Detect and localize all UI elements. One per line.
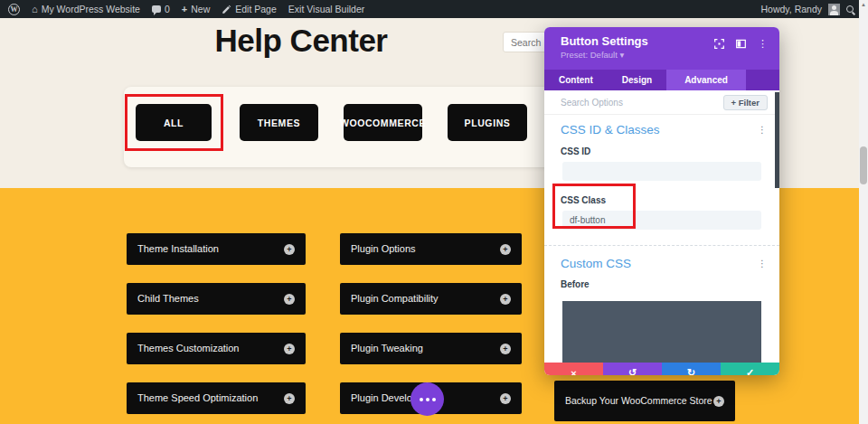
- search-options-input[interactable]: [561, 98, 723, 108]
- site-name-label: My WordPress Website: [42, 4, 140, 14]
- accordion-child-themes[interactable]: Child Themes +: [127, 283, 306, 315]
- save-button[interactable]: ✓: [721, 363, 779, 375]
- css-class-label: CSS Class: [544, 195, 779, 205]
- wordpress-logo-icon[interactable]: W: [8, 4, 20, 15]
- edit-page-menu[interactable]: Edit Page: [222, 4, 277, 14]
- screen: W ⌂ My WordPress Website 0 + New Edit Pa…: [0, 0, 868, 424]
- accordion-label: Backup Your WooCommerce Store: [565, 395, 713, 407]
- preset-selector[interactable]: Preset: Default ▾: [561, 50, 767, 60]
- tab-design[interactable]: Design: [608, 70, 666, 90]
- filter-button-plugins[interactable]: PLUGINS: [448, 104, 527, 141]
- exit-visual-builder-menu[interactable]: Exit Visual Builder: [288, 4, 364, 14]
- accordion-plugin-tweaking[interactable]: Plugin Tweaking +: [340, 333, 522, 364]
- css-class-input[interactable]: [562, 211, 761, 230]
- plus-circle-icon: +: [284, 244, 295, 255]
- modal-body: CSS ID & Classes ⋮ CSS ID CSS Class Cust…: [544, 123, 779, 363]
- accordion-label: Themes Customization: [137, 343, 284, 355]
- options-search-row: + Filter: [544, 90, 779, 115]
- filter-button-themes[interactable]: THEMES: [240, 104, 318, 141]
- custom-css-heading: Custom CSS: [561, 257, 631, 270]
- modal-header[interactable]: Button Settings Preset: Default ▾ ⋮: [544, 27, 779, 70]
- before-label: Before: [544, 279, 779, 289]
- filter-button-woocommerce[interactable]: WOOCOMMERCE: [344, 104, 422, 141]
- button-settings-modal: Button Settings Preset: Default ▾ ⋮ Cont…: [544, 27, 779, 375]
- scroll-up-icon[interactable]: ▲: [861, 2, 866, 7]
- plus-circle-icon: +: [500, 393, 511, 404]
- plus-icon: +: [182, 5, 187, 14]
- plus-circle-icon: +: [284, 393, 295, 404]
- accordion-label: Theme Speed Optimization: [137, 392, 284, 405]
- accordion-label: Plugin Tweaking: [351, 343, 500, 355]
- comments-count: 0: [165, 4, 170, 14]
- plus-circle-icon: +: [713, 396, 724, 407]
- accordion-themes-customization[interactable]: Themes Customization +: [127, 333, 306, 364]
- section-divider: [544, 245, 779, 246]
- wp-admin-bar: W ⌂ My WordPress Website 0 + New Edit Pa…: [0, 0, 868, 18]
- edit-page-label: Edit Page: [235, 4, 277, 14]
- pencil-icon: [222, 5, 231, 14]
- custom-css-before-editor[interactable]: [562, 301, 761, 363]
- modal-action-bar: × ↺ ↻ ✓: [544, 363, 779, 375]
- site-name-menu[interactable]: ⌂ My WordPress Website: [32, 4, 140, 14]
- scrollbar-thumb[interactable]: [860, 146, 867, 184]
- modal-tab-bar: Content Design Advanced: [544, 70, 779, 90]
- home-icon: ⌂: [32, 5, 38, 14]
- expand-modal-icon[interactable]: [714, 39, 724, 49]
- search-icon[interactable]: [846, 5, 854, 13]
- tab-content[interactable]: Content: [544, 70, 608, 90]
- caret-down-icon: ▾: [619, 50, 624, 60]
- accordion-label: Child Themes: [137, 293, 284, 306]
- tab-advanced[interactable]: Advanced: [666, 70, 746, 90]
- plus-circle-icon: +: [284, 294, 295, 305]
- comments-menu[interactable]: 0: [152, 4, 170, 14]
- modal-menu-icon[interactable]: ⋮: [758, 39, 768, 49]
- plus-circle-icon: +: [500, 244, 511, 255]
- accordion-theme-installation[interactable]: Theme Installation +: [127, 233, 306, 265]
- page-scrollbar[interactable]: ▲: [859, 0, 868, 424]
- section-menu-icon[interactable]: ⋮: [758, 125, 767, 135]
- css-id-label: CSS ID: [544, 146, 779, 156]
- new-menu[interactable]: + New: [182, 4, 210, 14]
- accordion-label: Plugin Options: [351, 243, 500, 256]
- accordion-label: Plugin Compatibility: [351, 293, 500, 306]
- discard-button[interactable]: ×: [544, 363, 603, 375]
- comments-icon: [152, 5, 161, 13]
- modal-scrollbar[interactable]: [775, 92, 779, 188]
- accordion-backup-woocommerce-store[interactable]: Backup Your WooCommerce Store +: [554, 381, 735, 421]
- css-id-classes-heading: CSS ID & Classes: [561, 123, 660, 137]
- accordion-plugin-options[interactable]: Plugin Options +: [340, 233, 522, 265]
- css-id-input[interactable]: [562, 162, 761, 181]
- exit-visual-builder-label: Exit Visual Builder: [288, 4, 364, 14]
- plus-circle-icon: +: [500, 344, 511, 354]
- avatar[interactable]: [828, 4, 840, 15]
- plus-circle-icon: +: [500, 294, 511, 305]
- undo-button[interactable]: ↺: [603, 363, 662, 375]
- accordion-label: Theme Installation: [137, 243, 284, 256]
- accordion-theme-speed-optimization[interactable]: Theme Speed Optimization +: [127, 382, 306, 414]
- more-options-icon[interactable]: [410, 382, 444, 416]
- filter-options-button[interactable]: + Filter: [723, 95, 768, 110]
- howdy-label[interactable]: Howdy, Randy: [760, 4, 822, 14]
- section-menu-icon[interactable]: ⋮: [758, 259, 767, 269]
- accordion-plugin-compatibility[interactable]: Plugin Compatibility +: [340, 283, 522, 315]
- page-title: Help Center: [124, 23, 478, 59]
- filter-button-all[interactable]: ALL: [136, 104, 212, 141]
- plus-circle-icon: +: [284, 344, 295, 354]
- new-label: New: [191, 4, 210, 14]
- snap-panel-icon[interactable]: [736, 39, 746, 49]
- redo-button[interactable]: ↻: [662, 363, 721, 375]
